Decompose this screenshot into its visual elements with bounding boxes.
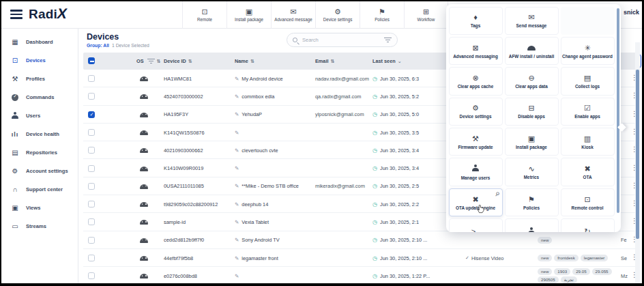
sidebar-item-profiles[interactable]: ⚒Profiles xyxy=(1,70,78,88)
select-all-checkbox[interactable] xyxy=(88,57,95,64)
popup-action-manage-users[interactable]: Manage users xyxy=(449,158,503,186)
sidebar-item-label: Commands xyxy=(26,94,54,100)
popup-scrollbar[interactable] xyxy=(617,8,619,213)
popup-action-clear-apps-data[interactable]: ⊖Clear apps data xyxy=(505,67,559,95)
column-header-device-id[interactable]: Device ID ⇅ xyxy=(164,53,192,70)
pin-icon[interactable]: ⚲ xyxy=(493,190,500,198)
device-id-sort-icon[interactable]: ⇅ xyxy=(188,59,192,64)
toolbar-workflow[interactable]: ⊞Workflow xyxy=(404,1,448,29)
popup-action-person[interactable] xyxy=(505,218,559,232)
row-checkbox[interactable] xyxy=(88,237,95,244)
popup-action-tags[interactable]: ♦Tags xyxy=(449,7,503,35)
popup-action-kiosk[interactable]: ▥Kiosk xyxy=(561,128,615,156)
popup-action-clear-apps-cache[interactable]: ⊗Clear apps cache xyxy=(449,67,503,95)
popup-action-send-message[interactable]: ✉Send message xyxy=(505,7,559,35)
row-checkbox[interactable] xyxy=(88,75,95,82)
popup-action-device-settings[interactable]: ⚙Device settings xyxy=(449,98,503,126)
android-os-icon xyxy=(140,148,148,153)
filter-icon[interactable] xyxy=(383,38,392,42)
edit-name-icon[interactable]: ✎ xyxy=(235,219,239,225)
toolbar-remote[interactable]: ⊡Remote xyxy=(182,1,226,29)
popup-action-metrics[interactable]: ∿Metrics xyxy=(505,158,559,186)
last-seen-sort-icon[interactable]: ⌄ xyxy=(398,59,402,64)
row-checkbox[interactable] xyxy=(88,201,95,208)
metrics-icon: ∿ xyxy=(528,165,534,173)
sidebar-item-devices[interactable]: ⊡Devices xyxy=(1,51,78,70)
device-actions-popup: ♦Tags✉Send message⊠Advanced messagingAFW… xyxy=(446,4,621,232)
sidebar-item-device-health[interactable]: ılıDevice health xyxy=(1,125,78,143)
android-icon xyxy=(527,46,536,51)
row-checkbox[interactable] xyxy=(88,93,95,100)
row-checkbox[interactable] xyxy=(88,255,95,261)
edit-name-icon[interactable]: ✎ xyxy=(235,76,239,82)
popup-action-disable-apps[interactable]: ⊟Disable apps xyxy=(505,98,559,126)
row-checkbox[interactable] xyxy=(88,111,95,118)
edit-name-icon[interactable]: ✎ xyxy=(235,237,239,243)
os-filter-icon[interactable] xyxy=(147,59,155,63)
device-id-cell: 40210903000662 xyxy=(164,141,203,159)
android-os-icon xyxy=(140,76,148,81)
popup-action-firmware-update[interactable]: ⚒Firmware update xyxy=(449,128,503,156)
popup-action-policies[interactable]: ⚑Policies xyxy=(505,188,559,216)
edit-name-icon[interactable]: ✎ xyxy=(235,147,239,154)
edit-name-icon[interactable]: ✎ xyxy=(235,94,239,100)
tag-chip: new xyxy=(538,255,552,261)
row-checkbox[interactable] xyxy=(88,218,95,225)
popup-action-enable-apps[interactable]: ☑Enable apps xyxy=(561,98,615,126)
popup-action-label: Kiosk xyxy=(581,145,593,149)
popup-action-label: Enable apps xyxy=(574,114,600,119)
toolbar-advanced-message[interactable]: ✉Advanced message xyxy=(271,1,315,29)
edit-name-icon[interactable]: ✎ xyxy=(235,165,239,171)
toolbar-policies[interactable]: ⚑Policies xyxy=(360,1,404,29)
popup-action-change-agent-password[interactable]: ✳Change agent password xyxy=(561,37,615,65)
page-scrollbar-thumb[interactable] xyxy=(636,70,639,239)
sidebar-item-repositories[interactable]: ▤Repositories xyxy=(1,143,78,162)
search-input[interactable] xyxy=(301,36,379,44)
popup-action-refresh[interactable]: ↻ xyxy=(561,218,615,232)
sidebar-item-commands[interactable]: Commands xyxy=(1,88,78,106)
group-filter-label[interactable]: Group: All xyxy=(87,43,109,48)
sidebar-item-dashboard[interactable]: ▦Dashboard xyxy=(1,33,78,51)
popup-action-ota[interactable]: ✖OTA xyxy=(561,158,615,186)
row-checkbox[interactable] xyxy=(88,272,95,279)
sidebar-item-views[interactable]: ▣Views xyxy=(1,199,78,217)
popup-action-collect-logs[interactable]: ▤Collect logs xyxy=(561,67,615,95)
users-icon xyxy=(12,112,18,119)
android-os-icon xyxy=(140,130,148,135)
row-checkbox[interactable] xyxy=(88,165,95,172)
column-header-os[interactable]: OS ⇅ xyxy=(136,53,160,70)
row-checkbox[interactable] xyxy=(88,183,95,190)
email-cell: qa.radix@gmail.com xyxy=(315,87,361,105)
mouse-cursor-hand xyxy=(477,204,484,216)
column-header-last-seen[interactable]: Last seen ⌄ xyxy=(372,53,402,70)
edit-name-icon[interactable]: ✎ xyxy=(235,273,239,279)
popup-action-install-package[interactable]: ▣Install package xyxy=(505,128,559,156)
column-header-email[interactable]: Email ⇅ xyxy=(315,53,334,70)
sidebar-item-streams[interactable]: ▭Streams xyxy=(1,217,78,235)
name-sort-icon[interactable]: ⇅ xyxy=(250,59,254,64)
edit-name-icon[interactable]: ✎ xyxy=(235,111,239,117)
person-icon xyxy=(528,227,535,232)
sidebar-item-users[interactable]: Users xyxy=(1,106,78,125)
edit-name-icon[interactable]: ✎ xyxy=(235,130,239,136)
edit-name-icon[interactable]: ✎ xyxy=(235,201,239,208)
popup-action-advanced-messaging[interactable]: ⊠Advanced messaging xyxy=(449,37,503,65)
toolbar-device-settings[interactable]: ⚙Device settings xyxy=(315,1,360,29)
row-checkbox[interactable] xyxy=(88,147,95,154)
sidebar-item-account-settings[interactable]: ⚙Account settings xyxy=(1,162,78,180)
sidebar-item-support-center[interactable]: ∩Support center xyxy=(1,180,78,199)
clock-icon: ◷ xyxy=(372,130,377,136)
os-sort-icon[interactable]: ⇅ xyxy=(157,59,161,64)
edit-name-icon[interactable]: ✎ xyxy=(235,183,239,189)
popup-action-afw-install-uninstall[interactable]: AFW install / uninstall xyxy=(505,37,559,65)
popup-action-ota-update-engine[interactable]: ⚲✖OTA update engine xyxy=(449,188,503,216)
edit-name-icon[interactable]: ✎ xyxy=(235,255,239,261)
toolbar-install-package[interactable]: ▣Install package xyxy=(226,1,271,29)
column-header-name[interactable]: Name ⇅ xyxy=(235,53,254,70)
popup-action-remote-control[interactable]: ⊡Remote control xyxy=(561,188,615,216)
email-sort-icon[interactable]: ⇅ xyxy=(330,59,334,64)
bookmark-icon: ⚑ xyxy=(379,8,385,16)
row-checkbox[interactable] xyxy=(88,129,95,136)
hamburger-menu-icon[interactable] xyxy=(10,10,23,19)
popup-action-terminal[interactable]: >_ xyxy=(449,218,503,232)
